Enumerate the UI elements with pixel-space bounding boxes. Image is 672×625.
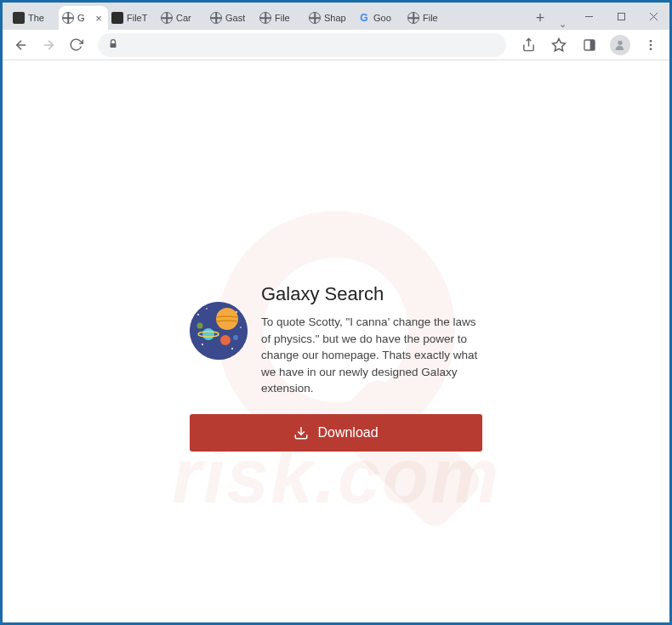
tab-title: Goo bbox=[373, 13, 391, 23]
maximize-button[interactable] bbox=[605, 6, 637, 26]
page-content: risk.com bbox=[3, 60, 669, 622]
tab-overflow-button[interactable]: ⌄ bbox=[552, 17, 572, 30]
menu-button[interactable] bbox=[639, 33, 663, 57]
new-tab-button[interactable]: + bbox=[528, 6, 552, 30]
toolbar bbox=[3, 30, 669, 60]
tab-title: Car bbox=[176, 13, 191, 23]
profile-avatar-icon bbox=[610, 35, 630, 55]
svg-marker-8 bbox=[553, 38, 566, 50]
browser-tab[interactable]: Gast bbox=[207, 6, 256, 30]
tab-title: File bbox=[275, 13, 290, 23]
svg-rect-10 bbox=[590, 40, 595, 50]
svg-point-18 bbox=[231, 348, 233, 349]
browser-tab[interactable]: G× bbox=[59, 6, 108, 30]
globe-favicon bbox=[62, 12, 74, 24]
forward-button[interactable] bbox=[37, 33, 60, 57]
google-favicon: G bbox=[358, 12, 370, 24]
svg-point-16 bbox=[197, 314, 199, 315]
svg-point-12 bbox=[650, 40, 652, 43]
svg-point-22 bbox=[216, 308, 238, 330]
svg-point-21 bbox=[240, 327, 242, 328]
galaxy-planet-icon bbox=[190, 302, 248, 360]
window-controls bbox=[572, 3, 669, 30]
folder-favicon bbox=[111, 12, 123, 24]
titlebar: TheG×FileTCarGastFileShapGGooFile + ⌄ bbox=[3, 3, 669, 30]
reading-list-icon[interactable] bbox=[578, 33, 601, 57]
svg-point-25 bbox=[220, 335, 231, 345]
svg-point-27 bbox=[233, 335, 238, 340]
browser-tab[interactable]: Shap bbox=[305, 6, 355, 30]
address-bar[interactable] bbox=[98, 33, 506, 57]
globe-favicon bbox=[259, 12, 271, 24]
main-card: Galaxy Search To quote Scotty, "I canna'… bbox=[190, 283, 482, 452]
close-tab-icon[interactable]: × bbox=[93, 12, 105, 25]
profile-button[interactable] bbox=[608, 33, 632, 57]
download-icon bbox=[293, 425, 309, 440]
minimize-button[interactable] bbox=[572, 6, 605, 26]
svg-point-13 bbox=[650, 43, 652, 46]
download-label: Download bbox=[317, 425, 378, 440]
page-title: Galaxy Search bbox=[261, 283, 482, 305]
tab-title: G bbox=[77, 13, 85, 23]
lock-icon bbox=[108, 38, 118, 52]
share-icon[interactable] bbox=[516, 33, 540, 57]
tab-title: The bbox=[28, 13, 44, 23]
bookmark-icon[interactable] bbox=[547, 33, 571, 57]
browser-tab[interactable]: The bbox=[9, 6, 59, 30]
printer-favicon bbox=[13, 12, 25, 24]
close-window-button[interactable] bbox=[637, 6, 669, 26]
svg-point-23 bbox=[202, 328, 214, 340]
svg-point-11 bbox=[618, 40, 622, 44]
page-description: To quote Scotty, "I canna' change the la… bbox=[261, 314, 482, 397]
toolbar-actions bbox=[516, 33, 663, 57]
download-button[interactable]: Download bbox=[190, 414, 482, 452]
tab-title: FileT bbox=[127, 13, 147, 23]
svg-rect-1 bbox=[618, 13, 624, 20]
svg-point-15 bbox=[190, 302, 248, 360]
svg-point-14 bbox=[650, 48, 652, 50]
svg-rect-6 bbox=[111, 43, 117, 48]
tab-title: Shap bbox=[324, 13, 346, 23]
back-button[interactable] bbox=[9, 33, 33, 57]
globe-favicon bbox=[210, 12, 222, 24]
svg-point-20 bbox=[206, 308, 208, 310]
browser-tab[interactable]: File bbox=[404, 6, 453, 30]
globe-favicon bbox=[309, 12, 321, 24]
reload-button[interactable] bbox=[64, 33, 88, 57]
globe-favicon bbox=[407, 12, 419, 24]
browser-tab[interactable]: File bbox=[256, 6, 305, 30]
svg-point-19 bbox=[202, 344, 203, 345]
tab-title: File bbox=[423, 13, 438, 23]
globe-favicon bbox=[161, 12, 173, 24]
browser-tab[interactable]: Car bbox=[157, 6, 207, 30]
svg-point-26 bbox=[197, 323, 203, 329]
browser-tab[interactable]: GGoo bbox=[355, 6, 404, 30]
browser-tab[interactable]: FileT bbox=[108, 6, 157, 30]
tab-title: Gast bbox=[225, 13, 245, 23]
tab-strip: TheG×FileTCarGastFileShapGGooFile bbox=[9, 6, 528, 30]
